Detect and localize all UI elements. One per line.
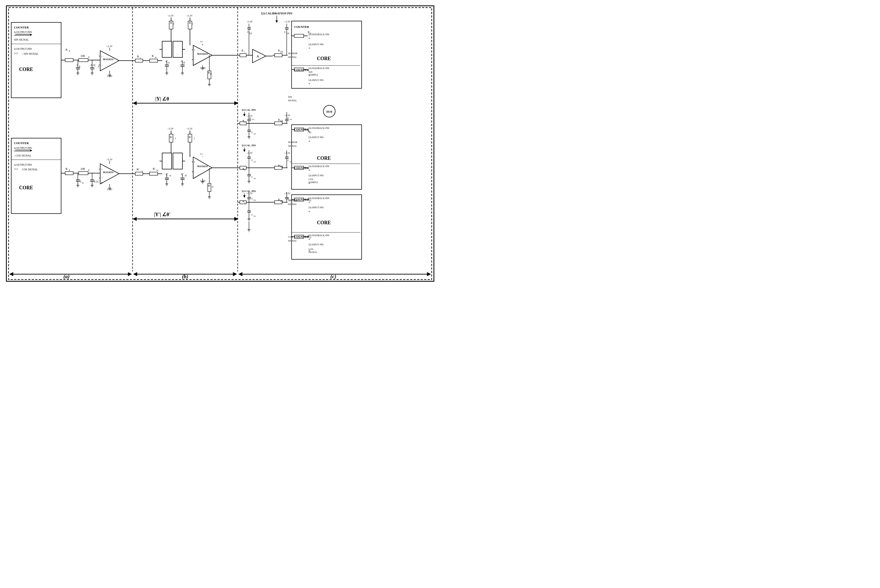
rs-prime-sub: s [141, 170, 142, 172]
vplus-botmost-2: +3.3V [284, 192, 290, 195]
c-sigma-delta-1: C [247, 31, 249, 34]
cm-prime-label: C′ [165, 172, 168, 176]
svg-rect-127 [149, 172, 158, 175]
dbl-arrow-right-1: » [308, 46, 310, 50]
cm-sub: m [168, 62, 170, 64]
vplus-b-top-amp: V+ [200, 40, 203, 43]
minus-b-bot: − [194, 170, 195, 173]
core-label-a-top: CORE [19, 67, 33, 72]
rm-prime-label: R′ [153, 167, 155, 170]
r-delta-label-bot: R [65, 167, 68, 170]
svg-rect-132 [162, 153, 171, 169]
dbl-arrow-right-2: » [308, 81, 310, 85]
core-label-c-mid: CORE [317, 156, 331, 161]
sigma-fb-pin-3: ΣΔ FEEDBACK PIN [308, 127, 329, 129]
svg-marker-14 [30, 150, 32, 152]
vplus-top-amp1: +3.3V [106, 45, 113, 48]
sigma-input-pin-1: ΣΔ INPUT PIN [308, 43, 324, 46]
rc-sub-1: c [244, 51, 245, 53]
rf1-sub-3: f1 [310, 200, 311, 202]
vplus-r2-2: +3.3V [186, 14, 193, 17]
rf1-label-3: R [308, 198, 310, 201]
sin-signal-c-label2: SIGNAL [288, 99, 297, 102]
cdl-prime-sub: dI [185, 174, 187, 177]
r2-prime-sub-2: 2 [194, 137, 195, 140]
sigma-fb-pin-5: ΣΔ FEEDBACK PIN [308, 197, 329, 200]
svg-marker-174 [253, 49, 266, 63]
rc-sub-4: c [244, 201, 245, 204]
vplus-top-b: +3.3V [167, 14, 174, 17]
r2-prime-label-2: R′ [188, 135, 191, 139]
r-delta-sub-bot: Δ [69, 169, 70, 171]
max4231-label-top: MAX4231 [103, 58, 113, 61]
plus-b-bot: + [194, 160, 195, 164]
r-sigma-delta-sub-4: ΣΔ [280, 200, 283, 202]
sigma-fb-pin-2: ΣΔ FEEDBACK PIN [308, 67, 329, 70]
svg-rect-124 [135, 172, 143, 175]
sigma-input-pin-5: ΣΔ INPUT PIN [308, 206, 324, 209]
counter-c-1: COUNTER [294, 25, 309, 28]
svg-rect-191 [294, 34, 304, 38]
svg-rect-20 [79, 58, 88, 62]
max4231-b-bot: MAX4231 [197, 165, 208, 168]
10r-delta-sub-top: Δ [88, 56, 89, 58]
sin-signal-c-label: SIN [288, 96, 292, 98]
01c-delta-label-bot: 0.1C [94, 180, 99, 183]
cos-sample-label: COS [308, 178, 313, 181]
sensor-signal-label-mid2: SIGNAL [288, 145, 297, 147]
neg-sin-signal: - SIN SIGNAL [22, 52, 39, 55]
c-sigma-delta-10: C [287, 198, 289, 200]
amp-a-label: A [256, 54, 259, 58]
sigma-input-pin-3: ΣΔ INPUT PIN [308, 136, 324, 139]
10r-delta-label-bot: 10R [80, 167, 85, 170]
vplus-c2: +3.3V [284, 20, 290, 23]
c-sigma-delta-sub-3: ΣΔ [252, 118, 254, 120]
cos-signal-label-out: - COS SIGNAL [14, 154, 31, 157]
cos-signal-label-bot: COS [288, 236, 292, 238]
dbl-arrow-left-1: « [308, 36, 310, 40]
c-sigma-delta-sub-6: ΣΔ [253, 160, 256, 163]
vplus-c1: +3.3V [247, 20, 253, 23]
rs-prime-label: R′ [136, 168, 139, 171]
vplus-bot-1: +3.3V [247, 152, 253, 154]
r-sigma-delta-sub-1: ΣΔ [280, 51, 283, 53]
vplus-bot-amp: +3.3V [106, 158, 113, 161]
10r-delta-sub-bot: Δ [88, 169, 89, 171]
rf1-sub-4: f1 [310, 237, 311, 239]
dbl-arrow-left-2: « [308, 73, 310, 77]
dbl-arrow-right-6: » [308, 248, 310, 252]
rm-prime-sub: m [156, 169, 158, 171]
sigma-input-pin-4: ΣΔ INPUT PIN [308, 174, 324, 177]
delta-output-pin-3: Δ OUTPUT PIN [14, 147, 32, 150]
hub-label: HUB [326, 110, 332, 113]
gnd-top-amp1: GND [107, 75, 112, 78]
c-sigma-delta-9: C [251, 198, 253, 200]
sin-signal-label-1: SIN SIGNAL [14, 38, 29, 41]
c-sigma-delta-sub-1: ΣΔ [249, 32, 252, 34]
r2-sub-top: 2 [173, 23, 174, 25]
delta-output-pin-4: Δ OUTPUT PIN [14, 164, 32, 166]
dbl-arrow-right-4: » [308, 181, 310, 185]
r2-prime-sub: 2 [174, 137, 176, 140]
sigma-fb-pin-6: ΣΔ FEEDBACK PIN [308, 234, 329, 237]
rf2-prime-sub: f2 [212, 186, 214, 188]
svg-rect-0 [8, 8, 432, 279]
vplus-r2-prime-2: +3.3V [186, 127, 193, 130]
c-sigma-delta-5: C [251, 131, 253, 134]
r2-label-2: R [189, 21, 191, 24]
max4231-label-bot: MAX4231 [103, 171, 113, 174]
c-sigma-delta-8: C [251, 176, 253, 178]
sigma-input-pin-6: ΣΔ INPUT PIN [308, 243, 324, 246]
svg-marker-9 [30, 34, 32, 36]
sigma-fb-pin-1: ΣΔ FEEDBACK PIN [308, 33, 329, 36]
r2-prime-label: R′ [170, 135, 172, 139]
c-sigma-delta-11: C [251, 213, 253, 216]
c-sigma-delta-sub-7: ΣΔ [290, 160, 292, 163]
c-sigma-delta-3: C [250, 117, 251, 120]
c-sigma-delta-sub-10: ΣΔ [290, 199, 292, 201]
c-delta-sub-bot: Δ [82, 182, 84, 184]
r2-label-top: R [170, 21, 172, 24]
c-sigma-delta-sub-4: ΣΔ [290, 118, 292, 120]
rc-label-1: R [242, 49, 244, 52]
sensor-signal-label-2: SIGNAL [288, 56, 297, 58]
